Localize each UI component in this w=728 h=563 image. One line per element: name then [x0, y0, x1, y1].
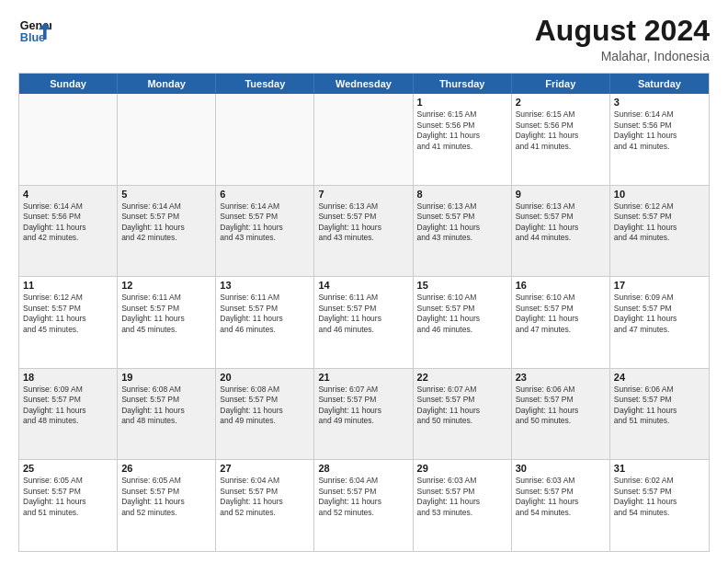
day-number: 20 [220, 372, 310, 383]
day-cell-14: 14Sunrise: 6:11 AM Sunset: 5:57 PM Dayli… [314, 277, 413, 368]
weekday-header-tuesday: Tuesday [216, 74, 314, 94]
empty-cell [216, 94, 314, 185]
day-cell-19: 19Sunrise: 6:08 AM Sunset: 5:57 PM Dayli… [118, 369, 216, 460]
day-cell-3: 3Sunrise: 6:14 AM Sunset: 5:56 PM Daylig… [610, 94, 709, 185]
day-cell-13: 13Sunrise: 6:11 AM Sunset: 5:57 PM Dayli… [216, 277, 314, 368]
day-cell-1: 1Sunrise: 6:15 AM Sunset: 5:56 PM Daylig… [414, 94, 512, 185]
logo: General Blue [18, 15, 51, 48]
day-number: 16 [516, 280, 606, 291]
day-cell-24: 24Sunrise: 6:06 AM Sunset: 5:57 PM Dayli… [610, 369, 709, 460]
cell-text: Sunrise: 6:08 AM Sunset: 5:57 PM Dayligh… [220, 385, 310, 427]
day-cell-20: 20Sunrise: 6:08 AM Sunset: 5:57 PM Dayli… [216, 369, 314, 460]
cell-text: Sunrise: 6:13 AM Sunset: 5:57 PM Dayligh… [516, 201, 606, 244]
day-cell-26: 26Sunrise: 6:05 AM Sunset: 5:57 PM Dayli… [118, 460, 216, 551]
cell-text: Sunrise: 6:13 AM Sunset: 5:57 PM Dayligh… [417, 201, 507, 244]
day-number: 25 [23, 463, 113, 474]
day-cell-5: 5Sunrise: 6:14 AM Sunset: 5:57 PM Daylig… [118, 186, 216, 277]
calendar-header: SundayMondayTuesdayWednesdayThursdayFrid… [19, 74, 709, 94]
day-cell-17: 17Sunrise: 6:09 AM Sunset: 5:57 PM Dayli… [610, 277, 709, 368]
cell-text: Sunrise: 6:03 AM Sunset: 5:57 PM Dayligh… [516, 476, 606, 518]
day-cell-30: 30Sunrise: 6:03 AM Sunset: 5:57 PM Dayli… [512, 460, 610, 551]
day-cell-4: 4Sunrise: 6:14 AM Sunset: 5:56 PM Daylig… [19, 186, 118, 277]
cell-text: Sunrise: 6:08 AM Sunset: 5:57 PM Dayligh… [121, 385, 211, 427]
day-number: 31 [614, 463, 705, 474]
calendar: SundayMondayTuesdayWednesdayThursdayFrid… [18, 73, 710, 552]
day-number: 5 [121, 189, 211, 200]
empty-cell [19, 94, 118, 185]
day-number: 1 [417, 97, 507, 108]
calendar-page: General Blue August 2024 Malahar, Indone… [0, 0, 728, 563]
cell-text: Sunrise: 6:10 AM Sunset: 5:57 PM Dayligh… [516, 293, 606, 335]
cell-text: Sunrise: 6:12 AM Sunset: 5:57 PM Dayligh… [614, 201, 705, 244]
cell-text: Sunrise: 6:05 AM Sunset: 5:57 PM Dayligh… [23, 476, 113, 518]
day-number: 29 [417, 463, 507, 474]
cell-text: Sunrise: 6:05 AM Sunset: 5:57 PM Dayligh… [121, 476, 211, 518]
day-number: 23 [516, 372, 606, 383]
day-number: 14 [318, 280, 408, 291]
title-block: August 2024 Malahar, Indonesia [535, 15, 710, 63]
cell-text: Sunrise: 6:12 AM Sunset: 5:57 PM Dayligh… [23, 293, 113, 335]
day-cell-15: 15Sunrise: 6:10 AM Sunset: 5:57 PM Dayli… [414, 277, 512, 368]
cell-text: Sunrise: 6:14 AM Sunset: 5:57 PM Dayligh… [121, 201, 211, 244]
day-number: 15 [417, 280, 507, 291]
cell-text: Sunrise: 6:09 AM Sunset: 5:57 PM Dayligh… [23, 385, 113, 427]
day-number: 2 [516, 97, 606, 108]
day-cell-27: 27Sunrise: 6:04 AM Sunset: 5:57 PM Dayli… [216, 460, 314, 551]
cell-text: Sunrise: 6:02 AM Sunset: 5:57 PM Dayligh… [614, 476, 705, 518]
calendar-row-0: 1Sunrise: 6:15 AM Sunset: 5:56 PM Daylig… [19, 94, 709, 185]
empty-cell [118, 94, 216, 185]
day-number: 18 [23, 372, 113, 383]
day-cell-28: 28Sunrise: 6:04 AM Sunset: 5:57 PM Dayli… [314, 460, 413, 551]
weekday-header-friday: Friday [512, 74, 610, 94]
cell-text: Sunrise: 6:11 AM Sunset: 5:57 PM Dayligh… [220, 293, 310, 335]
cell-text: Sunrise: 6:11 AM Sunset: 5:57 PM Dayligh… [121, 293, 211, 335]
day-number: 3 [614, 97, 705, 108]
cell-text: Sunrise: 6:14 AM Sunset: 5:56 PM Dayligh… [614, 109, 705, 152]
weekday-header-saturday: Saturday [610, 74, 709, 94]
day-cell-10: 10Sunrise: 6:12 AM Sunset: 5:57 PM Dayli… [610, 186, 709, 277]
logo-icon: General Blue [18, 15, 51, 48]
day-cell-21: 21Sunrise: 6:07 AM Sunset: 5:57 PM Dayli… [314, 369, 413, 460]
calendar-row-3: 18Sunrise: 6:09 AM Sunset: 5:57 PM Dayli… [19, 368, 709, 460]
cell-text: Sunrise: 6:09 AM Sunset: 5:57 PM Dayligh… [614, 293, 705, 335]
day-number: 30 [516, 463, 606, 474]
cell-text: Sunrise: 6:07 AM Sunset: 5:57 PM Dayligh… [417, 385, 507, 427]
day-cell-31: 31Sunrise: 6:02 AM Sunset: 5:57 PM Dayli… [610, 460, 709, 551]
day-cell-6: 6Sunrise: 6:14 AM Sunset: 5:57 PM Daylig… [216, 186, 314, 277]
day-cell-11: 11Sunrise: 6:12 AM Sunset: 5:57 PM Dayli… [19, 277, 118, 368]
cell-text: Sunrise: 6:06 AM Sunset: 5:57 PM Dayligh… [614, 385, 705, 427]
calendar-row-4: 25Sunrise: 6:05 AM Sunset: 5:57 PM Dayli… [19, 459, 709, 551]
cell-text: Sunrise: 6:03 AM Sunset: 5:57 PM Dayligh… [417, 476, 507, 518]
day-number: 28 [318, 463, 408, 474]
cell-text: Sunrise: 6:15 AM Sunset: 5:56 PM Dayligh… [516, 109, 606, 152]
weekday-header-sunday: Sunday [19, 74, 118, 94]
cell-text: Sunrise: 6:07 AM Sunset: 5:57 PM Dayligh… [318, 385, 408, 427]
weekday-header-thursday: Thursday [414, 74, 512, 94]
calendar-row-2: 11Sunrise: 6:12 AM Sunset: 5:57 PM Dayli… [19, 276, 709, 368]
day-number: 11 [23, 280, 113, 291]
day-cell-16: 16Sunrise: 6:10 AM Sunset: 5:57 PM Dayli… [512, 277, 610, 368]
day-cell-25: 25Sunrise: 6:05 AM Sunset: 5:57 PM Dayli… [19, 460, 118, 551]
svg-text:Blue: Blue [20, 31, 45, 44]
day-cell-18: 18Sunrise: 6:09 AM Sunset: 5:57 PM Dayli… [19, 369, 118, 460]
day-number: 26 [121, 463, 211, 474]
calendar-body: 1Sunrise: 6:15 AM Sunset: 5:56 PM Daylig… [19, 94, 709, 551]
day-cell-12: 12Sunrise: 6:11 AM Sunset: 5:57 PM Dayli… [118, 277, 216, 368]
cell-text: Sunrise: 6:04 AM Sunset: 5:57 PM Dayligh… [220, 476, 310, 518]
day-number: 6 [220, 189, 310, 200]
day-number: 17 [614, 280, 705, 291]
cell-text: Sunrise: 6:04 AM Sunset: 5:57 PM Dayligh… [318, 476, 408, 518]
header: General Blue August 2024 Malahar, Indone… [18, 15, 710, 63]
day-number: 21 [318, 372, 408, 383]
day-number: 12 [121, 280, 211, 291]
day-number: 4 [23, 189, 113, 200]
cell-text: Sunrise: 6:14 AM Sunset: 5:56 PM Dayligh… [23, 201, 113, 244]
day-number: 8 [417, 189, 507, 200]
day-cell-23: 23Sunrise: 6:06 AM Sunset: 5:57 PM Dayli… [512, 369, 610, 460]
day-number: 24 [614, 372, 705, 383]
day-number: 13 [220, 280, 310, 291]
day-number: 9 [516, 189, 606, 200]
cell-text: Sunrise: 6:06 AM Sunset: 5:57 PM Dayligh… [516, 385, 606, 427]
calendar-row-1: 4Sunrise: 6:14 AM Sunset: 5:56 PM Daylig… [19, 185, 709, 277]
day-cell-2: 2Sunrise: 6:15 AM Sunset: 5:56 PM Daylig… [512, 94, 610, 185]
